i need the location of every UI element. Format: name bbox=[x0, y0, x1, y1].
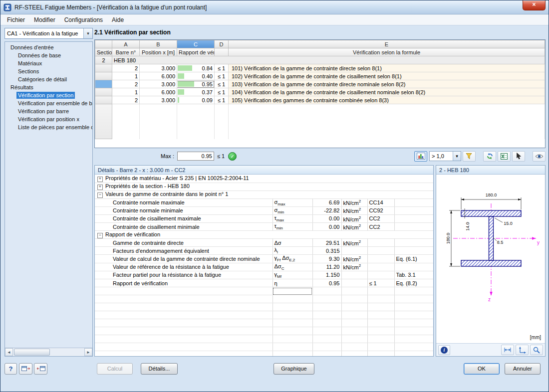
cell-barre[interactable]: 1 bbox=[112, 72, 140, 80]
details-group-cell[interactable]: −Valeurs de gamme de contrainte dans le … bbox=[95, 191, 433, 198]
column-letter-E[interactable]: E bbox=[229, 40, 545, 48]
cell-position[interactable]: 3.000 bbox=[140, 64, 177, 72]
scroll-left-button[interactable]: ◄ bbox=[5, 348, 13, 356]
export-excel-button[interactable] bbox=[498, 151, 511, 162]
tree-item[interactable]: Données de base bbox=[7, 51, 92, 59]
tree-item[interactable]: Vérification par ensemble de ba bbox=[7, 99, 92, 107]
dock-right-button[interactable] bbox=[34, 363, 47, 375]
column-letter-D[interactable]: D bbox=[215, 40, 229, 48]
scrollbar-track[interactable] bbox=[13, 348, 84, 356]
details-group-cell[interactable]: +Propriétés de matériau - Acier S 235 | … bbox=[95, 175, 433, 183]
details-group-row[interactable]: +Propriétés de la section - HEB 180 bbox=[95, 183, 433, 191]
scroll-right-button[interactable]: ► bbox=[84, 348, 92, 356]
menu-modifier[interactable]: Modifier bbox=[29, 15, 60, 24]
row-header[interactable] bbox=[95, 80, 112, 88]
dimension-lines-button[interactable] bbox=[501, 345, 514, 355]
details-row[interactable]: Contrainte de cisaillement maximaleτmax0… bbox=[95, 214, 433, 222]
table-row[interactable]: 23.0000.84≤ 1101) Vérification de la gam… bbox=[95, 64, 545, 72]
tree-item[interactable]: Vérification par barre bbox=[7, 107, 92, 115]
table-row[interactable]: 16.0000.37≤ 1104) Vérification de la gam… bbox=[95, 88, 545, 96]
cell-formula[interactable]: 103) Vérification de la gamme de contrai… bbox=[229, 80, 545, 88]
expand-icon[interactable]: + bbox=[97, 177, 103, 182]
cell-ratio[interactable]: 0.95 bbox=[177, 80, 215, 88]
navigator-hscrollbar[interactable]: ◄ ► bbox=[5, 348, 92, 356]
annuler-button[interactable]: Annuler bbox=[505, 363, 541, 375]
row-header[interactable] bbox=[95, 96, 112, 104]
title-bar[interactable]: RF-STEEL Fatigue Members - [Vérification… bbox=[0, 0, 549, 14]
ok-button[interactable]: OK bbox=[464, 363, 500, 375]
collapse-icon[interactable]: − bbox=[97, 233, 103, 238]
refresh-button[interactable] bbox=[483, 151, 496, 162]
help-button[interactable]: ? bbox=[4, 363, 17, 375]
cell-ratio[interactable]: 0.84 bbox=[177, 64, 215, 72]
tree-item[interactable]: Matériaux bbox=[7, 59, 92, 67]
details-row[interactable]: Contrainte normale maximaleσmax6.69kN/cm… bbox=[95, 198, 433, 206]
visibility-button[interactable] bbox=[533, 151, 546, 162]
details-row[interactable]: Gamme de contrainte directeΔσ29.51kN/cm2 bbox=[95, 239, 433, 247]
cell-barre[interactable]: 2 bbox=[112, 80, 140, 88]
row-header[interactable] bbox=[95, 64, 112, 72]
close-button[interactable]: × bbox=[523, 0, 546, 10]
cell-ratio[interactable]: 0.09 bbox=[177, 96, 215, 104]
details-group-cell[interactable]: −Rapport de vérification bbox=[95, 231, 433, 239]
details-row[interactable]: Valeur de calcul de la gamme de contrain… bbox=[95, 255, 433, 263]
cell-formula[interactable]: 102) Vérification de la gamme de contrai… bbox=[229, 72, 545, 80]
cell-barre[interactable]: 2 bbox=[112, 96, 140, 104]
cell-formula[interactable]: 101) Vérification de la gamme de contrai… bbox=[229, 64, 545, 72]
details-group-row[interactable]: −Valeurs de gamme de contrainte dans le … bbox=[95, 191, 433, 198]
header-cell[interactable]: Section n° bbox=[95, 48, 112, 56]
tree-item[interactable]: Vérification par position x bbox=[7, 115, 92, 123]
group-row[interactable]: 2HEB 180 bbox=[95, 56, 545, 64]
row-header[interactable] bbox=[95, 72, 112, 80]
details-row[interactable]: Facteurs d'endommagement équivalentλi0.3… bbox=[95, 247, 433, 255]
header-cell[interactable]: Barre n° bbox=[112, 48, 140, 56]
collapse-icon[interactable]: − bbox=[97, 193, 103, 198]
tree-item[interactable]: Catégories de détail bbox=[7, 75, 92, 83]
menu-aide[interactable]: Aide bbox=[107, 15, 128, 24]
details-row[interactable]: Rapport de vérificationη0.95≤ 1Eq. (8.2) bbox=[95, 279, 433, 287]
header-cell[interactable]: Vérification selon la formule bbox=[229, 48, 545, 56]
tree-item[interactable]: Résultats bbox=[7, 83, 92, 91]
cell-barre[interactable]: 2 bbox=[112, 64, 140, 72]
column-letter-C[interactable]: C bbox=[177, 40, 215, 48]
tree-item[interactable]: Sections bbox=[7, 67, 92, 75]
details-row[interactable]: Contrainte normale minimaleσmin-22.82kN/… bbox=[95, 206, 433, 214]
table-row[interactable]: 23.0000.95≤ 1103) Vérification de la gam… bbox=[95, 80, 545, 88]
details-group-row[interactable]: +Propriétés de matériau - Acier S 235 | … bbox=[95, 175, 433, 183]
details-group-row[interactable]: −Rapport de vérification bbox=[95, 231, 433, 239]
details-active-cell[interactable] bbox=[273, 287, 312, 295]
axes-toggle-button[interactable] bbox=[516, 345, 529, 355]
scrollbar-thumb[interactable] bbox=[14, 349, 50, 356]
table-row[interactable]: 23.0000.09≤ 1105) Vérification des gamme… bbox=[95, 96, 545, 104]
expand-icon[interactable]: + bbox=[97, 185, 103, 190]
select-pointer-button[interactable] bbox=[512, 151, 525, 162]
menu-fichier[interactable]: Fichier bbox=[2, 15, 29, 24]
cell-ratio[interactable]: 0.40 bbox=[177, 72, 215, 80]
cell-barre[interactable]: 1 bbox=[112, 88, 140, 96]
tree-item[interactable]: Vérification par section bbox=[7, 91, 92, 99]
row-header[interactable]: 2 bbox=[95, 56, 112, 64]
header-cell[interactable]: Rapport de vérification bbox=[177, 48, 215, 56]
threshold-dropdown[interactable]: > 1,0 ▾ bbox=[429, 151, 461, 161]
dock-left-button[interactable] bbox=[19, 363, 32, 375]
tree-item[interactable]: Liste de pièces par ensemble d bbox=[7, 123, 92, 131]
column-letter-A[interactable]: A bbox=[112, 40, 140, 48]
details-row[interactable]: Facteur partiel pour la résistance à la … bbox=[95, 271, 433, 279]
filter-results-button[interactable] bbox=[463, 151, 476, 162]
details-button[interactable]: Détails... bbox=[141, 363, 178, 375]
case-combobox[interactable]: CA1 - Vérification à la fatigue ▾ bbox=[4, 28, 93, 39]
cell-position[interactable]: 3.000 bbox=[140, 80, 177, 88]
details-row[interactable]: Valeur de référence de la résistance à l… bbox=[95, 263, 433, 271]
chevron-down-icon[interactable]: ▾ bbox=[83, 28, 92, 38]
row-header[interactable] bbox=[95, 88, 112, 96]
header-cell[interactable] bbox=[215, 48, 229, 56]
cell-position[interactable]: 6.000 bbox=[140, 88, 177, 96]
tree-item[interactable]: Données d'entrée bbox=[7, 43, 92, 51]
menu-configurations[interactable]: Configurations bbox=[60, 15, 107, 24]
details-row[interactable]: Contrainte de cisaillement minimaleτmin0… bbox=[95, 223, 433, 231]
result-diagram-button[interactable] bbox=[414, 151, 427, 162]
cell-position[interactable]: 6.000 bbox=[140, 72, 177, 80]
column-corner[interactable] bbox=[95, 40, 112, 48]
zoom-button[interactable] bbox=[530, 345, 543, 355]
info-button[interactable]: i bbox=[438, 345, 450, 355]
